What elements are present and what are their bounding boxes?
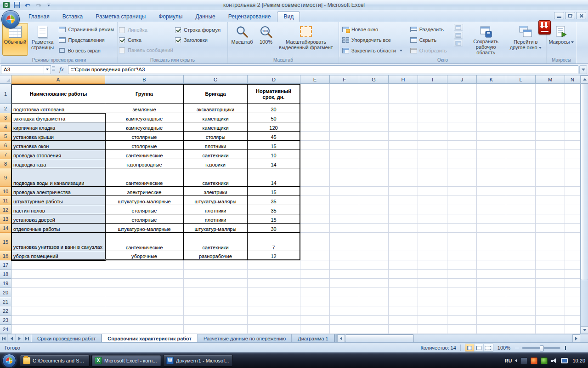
cell-K4[interactable] [477,122,506,132]
horizontal-scrollbar[interactable] [337,334,588,342]
cell-J16[interactable] [447,251,477,260]
cell-F3[interactable] [330,113,359,122]
cell-F22[interactable] [330,306,359,316]
minimize-window-button[interactable] [554,12,564,19]
ruler-checkbox[interactable]: Линейка [119,25,175,35]
cell-F1[interactable] [330,84,359,104]
cell-B10[interactable]: электрические [105,187,184,196]
cell-A4[interactable]: кирпичная кладка [11,122,105,132]
cell-H18[interactable] [389,270,418,279]
cell-D12[interactable]: 35 [248,205,300,214]
full-screen-button[interactable]: Во весь экран [57,45,116,56]
cell-N9[interactable] [565,168,580,187]
zoom-100-button[interactable]: 100 100% [255,23,277,56]
cell-L2[interactable] [506,104,536,113]
cell-H4[interactable] [389,122,418,132]
zoom-in-button[interactable] [563,345,568,351]
cell-E8[interactable] [300,159,330,168]
row-header-11[interactable]: 11 [0,196,11,205]
cell-A24[interactable] [11,325,105,334]
column-header-F[interactable]: F [330,75,359,84]
cell-L4[interactable] [506,122,536,132]
cell-L24[interactable] [506,325,536,334]
cell-C4[interactable]: каменщики [184,122,248,132]
ribbon-tab-2[interactable]: Вставка [56,12,90,22]
cell-G18[interactable] [359,270,389,279]
cell-E7[interactable] [300,150,330,159]
cell-L16[interactable] [506,251,536,260]
cell-M17[interactable] [536,260,565,270]
taskbar-clock[interactable]: 10:20 [572,358,585,363]
cell-A17[interactable] [11,260,105,270]
cell-K11[interactable] [477,196,506,205]
split-button[interactable]: Разделить [408,24,454,34]
row-header-19[interactable]: 19 [0,279,11,288]
cell-D2[interactable]: 30 [248,104,300,113]
cell-J7[interactable] [447,150,477,159]
reset-window-position-button[interactable] [454,40,463,46]
formula-input[interactable]: ='Сроки проведения работ'!A3 [68,65,578,74]
row-header-3[interactable]: 3 [0,113,11,122]
cell-D24[interactable] [248,325,300,334]
hide-window-button[interactable]: Скрыть [408,34,454,45]
cell-C13[interactable]: плотники [184,214,248,224]
cell-A14[interactable]: отделочные работы [11,224,105,233]
cell-M18[interactable] [536,270,565,279]
cell-G1[interactable] [359,84,389,104]
cell-A13[interactable]: установка дверей [11,214,105,224]
cell-D3[interactable]: 50 [248,113,300,122]
formula-bar-grip[interactable] [52,66,55,73]
cell-G22[interactable] [359,306,389,316]
cell-J19[interactable] [447,279,477,288]
cell-I7[interactable] [418,150,447,159]
cell-D15[interactable]: 7 [248,233,300,251]
cell-N24[interactable] [565,325,580,334]
cell-C5[interactable]: столяры [184,132,248,141]
row-header-5[interactable]: 5 [0,132,11,141]
cell-L23[interactable] [506,316,536,325]
cell-N23[interactable] [565,316,580,325]
cell-K10[interactable] [477,187,506,196]
cell-E23[interactable] [300,316,330,325]
cell-N21[interactable] [565,297,580,306]
cell-M8[interactable] [536,159,565,168]
cell-H15[interactable] [389,233,418,251]
row-header-7[interactable]: 7 [0,150,11,159]
cell-L3[interactable] [506,113,536,122]
cell-G17[interactable] [359,260,389,270]
row-header-18[interactable]: 18 [0,270,11,279]
cell-I5[interactable] [418,132,447,141]
cell-F10[interactable] [330,187,359,196]
cell-D1[interactable]: Нормативный срок, дн. [248,84,300,104]
cell-M3[interactable] [536,113,565,122]
cell-N3[interactable] [565,113,580,122]
cell-B19[interactable] [105,279,184,288]
cell-N16[interactable] [565,251,580,260]
cell-E17[interactable] [300,260,330,270]
cell-E2[interactable] [300,104,330,113]
cell-H21[interactable] [389,297,418,306]
tray-icon-2[interactable] [531,357,537,364]
zoom-button[interactable]: Масштаб [229,23,255,56]
cell-D6[interactable]: 15 [248,141,300,150]
name-box[interactable]: A3 [1,67,44,72]
cell-D4[interactable]: 120 [248,122,300,132]
cell-A7[interactable]: проводка отопления [11,150,105,159]
cell-M1[interactable] [536,84,565,104]
cell-M15[interactable] [536,233,565,251]
cell-E21[interactable] [300,297,330,306]
page-layout-view-shortcut[interactable] [475,344,484,351]
cell-E19[interactable] [300,279,330,288]
cell-F16[interactable] [330,251,359,260]
cell-B2[interactable]: земляные [105,104,184,113]
cell-F21[interactable] [330,297,359,306]
close-window-button[interactable] [576,12,586,19]
cell-N8[interactable] [565,159,580,168]
cell-J6[interactable] [447,141,477,150]
cell-G9[interactable] [359,168,389,187]
cell-B13[interactable]: столярные [105,214,184,224]
cell-A9[interactable]: подводка воды и канализации [11,168,105,187]
cell-F5[interactable] [330,132,359,141]
cell-L18[interactable] [506,270,536,279]
cell-L22[interactable] [506,306,536,316]
